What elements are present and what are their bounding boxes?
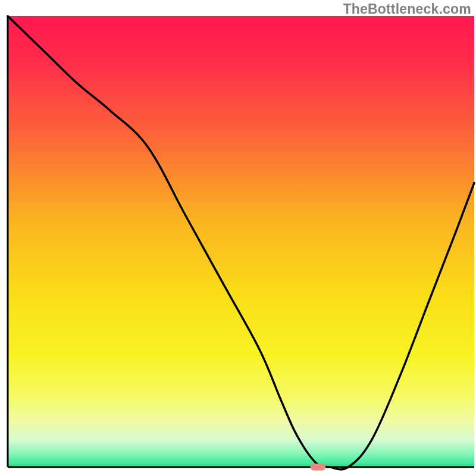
watermark-text: TheBottleneck.com — [343, 1, 471, 17]
chart-svg — [0, 0, 476, 476]
optimal-point-marker — [310, 464, 325, 470]
